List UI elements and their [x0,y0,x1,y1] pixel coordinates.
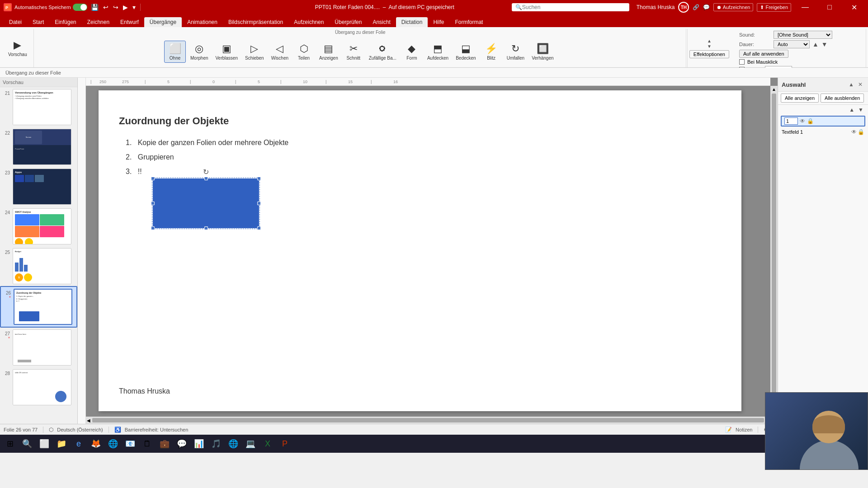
transition-blitz[interactable]: ⚡ Blitz [481,41,502,62]
item-eye-icon[interactable]: 👁 [800,118,805,124]
tab-ansicht[interactable]: Ansicht [367,17,396,27]
taskbar-edge[interactable]: e [71,436,87,452]
scroll-up-btn[interactable]: ▲ [771,86,777,93]
transition-wischen[interactable]: ◁ Wischen [269,41,291,62]
handle-ml[interactable] [151,202,155,205]
scroll-thumb-v[interactable] [772,94,776,408]
taskbar-excel[interactable]: X [259,436,276,452]
transition-teilen[interactable]: ⬡ Teilen [293,41,315,62]
sound-select[interactable]: [Ohne Sound] [774,31,832,39]
tab-start[interactable]: Start [27,17,49,27]
auswahl-scroll-up[interactable]: ▲ [847,106,856,114]
slide-thumb-21[interactable]: 21 Verwendung von Übergängen • Übergang … [0,87,77,127]
selected-item-input[interactable] [784,117,798,125]
transition-aufdecken[interactable]: ⬒ Aufdecken [425,41,451,62]
taskbar-chrome[interactable]: 🌐 [105,436,121,452]
apply-all-button[interactable]: Auf alle anwenden [739,50,788,58]
textfeld-eye-icon[interactable]: 👁 [851,129,857,135]
transition-ohne[interactable]: ⬜ Ohne [164,41,186,63]
effektoptionen-button[interactable]: Effektoptionen [689,50,729,58]
handle-tr[interactable] [257,177,261,180]
minimize-button[interactable]: — [795,0,816,14]
undo-icon[interactable]: ↩ [102,3,109,12]
slide-thumb-28[interactable]: 28 slide 28 content [0,367,77,407]
handle-tl[interactable] [151,177,155,180]
transition-verhaengen[interactable]: 🔲 Verhängen [529,41,556,62]
slide-canvas[interactable]: Zuordnung der Objekte 1. Kopie der ganze… [99,90,741,411]
scroll-v[interactable]: ▲ ▼ [770,86,778,416]
transition-zufaellig[interactable]: ⭘ Zufällige Ba... [366,41,399,62]
transition-schnitt[interactable]: ✂ Schnitt [343,41,364,62]
handle-mr[interactable] [257,202,261,205]
notizen-label[interactable]: Notizen [736,427,752,432]
tab-entwurf[interactable]: Entwurf [115,17,144,27]
search-bar[interactable]: 🔍 [512,3,629,11]
rotate-handle[interactable]: ↻ [203,168,209,176]
taskbar-app1[interactable]: 📊 [191,436,207,452]
transition-form[interactable]: ◆ Form [401,41,423,62]
handle-bm[interactable] [204,226,208,230]
tab-dictation[interactable]: Dictation [396,17,428,27]
save-icon[interactable]: 💾 [90,3,99,12]
auswahl-item-textfeld1[interactable]: Textfeld 1 👁 🔒 [778,127,868,136]
dauer-spin-down[interactable]: ▼ [821,41,828,48]
alle-ausblenden-button[interactable]: Alle ausblenden [821,94,864,103]
taskbar-app4[interactable]: 💻 [242,436,259,452]
close-button[interactable]: ✕ [844,0,864,14]
alle-anzeigen-button[interactable]: Alle anzeigen [781,94,819,103]
maximize-button[interactable]: □ [819,0,840,14]
taskbar-app2[interactable]: 🎵 [208,436,224,452]
tab-ueberpruefen[interactable]: Überprüfen [329,17,367,27]
item-lock-icon[interactable]: 🔒 [807,118,814,124]
transition-umfallen[interactable]: ↻ Umfallen [504,41,527,62]
panel-collapse-btn[interactable]: ▲ [847,80,855,89]
dauer-select[interactable]: Auto [774,40,810,48]
tab-bildschirm[interactable]: Bildschirmpräsentation [223,17,288,27]
tab-einfuegen[interactable]: Einfügen [49,17,81,27]
redo-icon[interactable]: ↪ [112,3,119,12]
tab-formformat[interactable]: Formformat [449,17,488,27]
tab-datei[interactable]: Datei [4,17,27,27]
user-avatar[interactable]: TH [678,2,689,13]
tab-zeichnen[interactable]: Zeichnen [82,17,115,27]
transition-anzeigen[interactable]: ▤ Anzeigen [316,41,341,62]
taskbar-app3[interactable]: 🌐 [225,436,241,452]
dauer-spin-up[interactable]: ▲ [812,41,819,48]
record-btn[interactable]: ⏺ Aufzeichnen [713,3,753,11]
blue-shape-container[interactable]: ↻ [153,178,259,228]
blue-rectangle[interactable] [153,178,259,228]
tab-uebergaenge[interactable]: Übergänge [144,17,182,27]
selected-item-box[interactable]: 👁 🔒 [781,116,865,127]
ribbon-scroll-up[interactable]: ▲ [707,38,712,44]
auswahl-scroll-down[interactable]: ▼ [856,106,865,114]
taskbar-firefox[interactable]: 🦊 [88,436,104,452]
scroll-h[interactable]: ◀ ▶ [86,417,770,424]
tab-animationen[interactable]: Animationen [182,17,223,27]
taskbar-start[interactable]: ⊞ [2,436,18,452]
slide-thumb-24[interactable]: 24 SWOT Analyse [0,206,77,246]
tab-hilfe[interactable]: Hilfe [428,17,449,27]
slide-thumb-26[interactable]: 26 Zuordnung der Objekte 1. Kopie der ga… [0,286,77,328]
slide-thumb-23[interactable]: 23 Apps [0,167,77,206]
tab-aufzeichnen[interactable]: Aufzeichnen [288,17,329,27]
transition-schieben[interactable]: ▷ Schieben [242,41,267,62]
handle-bl[interactable] [151,226,155,230]
slide-thumb-25[interactable]: 25 Budget S [0,246,77,286]
comment-icon[interactable]: 💬 [703,4,710,10]
slide-thumb-22[interactable]: 22 Screen PowerPoint [0,127,77,167]
mausklick-checkbox[interactable] [739,59,745,65]
taskbar-task-view[interactable]: ⬜ [36,436,52,452]
taskbar-search[interactable]: 🔍 [19,436,35,452]
transition-morphen[interactable]: ◎ Morphen [188,41,211,62]
slide-thumb-27[interactable]: 27 text lines here [0,328,77,367]
taskbar-outlook[interactable]: 📧 [122,436,138,452]
share-icon[interactable]: 🔗 [693,4,699,10]
taskbar-teams[interactable]: 💼 [156,436,173,452]
transition-bedecken[interactable]: ⬓ Bedecken [453,41,478,62]
vorschau-button[interactable]: ▶ Vorschau [5,38,30,59]
search-input[interactable] [522,4,604,10]
panel-close-btn[interactable]: ✕ [856,80,864,89]
handle-tm[interactable] [204,177,208,180]
handle-br[interactable] [257,226,261,230]
more-icon[interactable]: ▾ [132,3,137,12]
